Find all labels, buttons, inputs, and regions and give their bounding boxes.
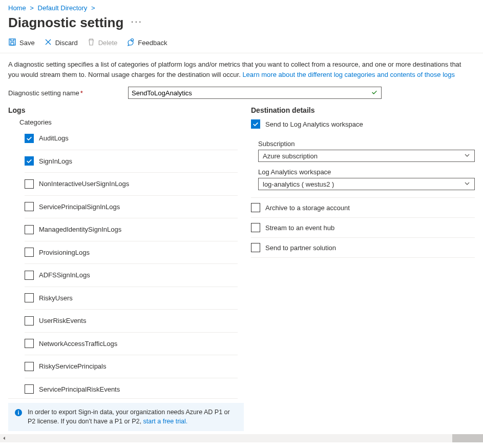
category-label: ServicePrincipalRiskEvents — [39, 385, 120, 393]
category-checkbox[interactable] — [25, 202, 34, 211]
category-checkbox[interactable] — [25, 339, 34, 348]
send-partner-checkbox[interactable] — [251, 243, 260, 252]
category-row: AuditLogs — [25, 127, 238, 150]
scroll-left-icon[interactable] — [0, 434, 8, 442]
category-checkbox[interactable] — [25, 179, 34, 189]
category-row: RiskyServicePrincipals — [25, 355, 238, 378]
setting-name-input-wrap[interactable] — [128, 87, 382, 99]
svg-rect-0 — [9, 39, 15, 45]
category-checkbox[interactable] — [25, 316, 34, 325]
category-checkbox[interactable] — [25, 156, 34, 166]
categories-scroll[interactable]: AuditLogsSignInLogsNonInteractiveUserSig… — [8, 127, 238, 399]
feedback-label: Feedback — [138, 39, 167, 47]
breadcrumb: Home > Default Directory > — [0, 0, 483, 14]
save-button[interactable]: Save — [8, 38, 35, 48]
toolbar: Save Discard Delete Feedback — [0, 38, 483, 53]
category-row: NetworkAccessTrafficLogs — [25, 333, 238, 356]
send-log-analytics-checkbox[interactable] — [251, 119, 260, 129]
subscription-label: Subscription — [258, 140, 475, 148]
discard-button[interactable]: Discard — [44, 38, 78, 48]
category-label: AuditLogs — [39, 134, 69, 142]
category-checkbox[interactable] — [25, 225, 34, 234]
archive-storage-label: Archive to a storage account — [265, 204, 350, 212]
send-log-analytics-label: Send to Log Analytics workspace — [265, 120, 363, 128]
category-checkbox[interactable] — [25, 384, 34, 394]
stream-eventhub-checkbox[interactable] — [251, 223, 260, 232]
delete-label: Delete — [98, 39, 118, 47]
valid-check-icon — [371, 89, 378, 97]
category-row: RiskyUsers — [25, 287, 238, 310]
chevron-right-icon: > — [30, 4, 34, 12]
save-label: Save — [19, 39, 35, 47]
category-label: ADFSSignInLogs — [39, 271, 90, 279]
category-row: ServicePrincipalRiskEvents — [25, 378, 238, 399]
info-icon — [14, 409, 23, 420]
category-checkbox[interactable] — [25, 362, 34, 371]
categories-header: Categories — [19, 118, 238, 126]
category-label: RiskyServicePrincipals — [39, 362, 106, 370]
category-label: ServicePrincipalSignInLogs — [39, 203, 120, 211]
subscription-select[interactable]: Azure subscription — [258, 150, 475, 162]
close-icon — [44, 38, 52, 48]
discard-label: Discard — [55, 39, 78, 47]
scroll-thumb[interactable] — [452, 434, 483, 442]
category-label: NonInteractiveUserSignInLogs — [39, 180, 129, 188]
trash-icon — [87, 38, 95, 48]
category-row: NonInteractiveUserSignInLogs — [25, 173, 238, 196]
destination-header: Destination details — [251, 106, 475, 114]
description-text: A diagnostic setting specifies a list of… — [0, 53, 471, 87]
category-checkbox[interactable] — [25, 134, 34, 143]
category-row: UserRiskEvents — [25, 310, 238, 333]
svg-rect-5 — [18, 412, 19, 415]
category-row: ADFSSignInLogs — [25, 264, 238, 287]
setting-name-input[interactable] — [132, 89, 371, 97]
category-label: SignInLogs — [39, 157, 72, 165]
horizontal-scrollbar[interactable] — [0, 434, 483, 442]
more-actions-icon[interactable]: ··· — [131, 16, 142, 26]
save-icon — [8, 38, 16, 48]
logs-header: Logs — [8, 106, 238, 114]
category-label: UserRiskEvents — [39, 317, 86, 324]
category-row: SignInLogs — [25, 150, 238, 173]
breadcrumb-home[interactable]: Home — [8, 4, 26, 12]
archive-storage-checkbox[interactable] — [251, 203, 260, 212]
subscription-value: Azure subscription — [263, 152, 318, 160]
info-banner: In order to export Sign-in data, your or… — [8, 403, 244, 431]
chevron-down-icon — [464, 152, 470, 160]
category-checkbox[interactable] — [25, 271, 34, 280]
svg-point-4 — [18, 411, 19, 412]
category-label: NetworkAccessTrafficLogs — [39, 340, 117, 348]
chevron-right-icon: > — [91, 4, 95, 12]
workspace-value: log-analytics ( westus2 ) — [263, 180, 334, 188]
feedback-icon — [127, 38, 135, 48]
start-trial-link[interactable]: start a free trial. — [143, 418, 187, 425]
delete-button: Delete — [87, 38, 118, 48]
workspace-select[interactable]: log-analytics ( westus2 ) — [258, 178, 475, 190]
category-label: RiskyUsers — [39, 294, 73, 302]
svg-rect-1 — [11, 43, 14, 45]
category-label: ProvisioningLogs — [39, 249, 90, 256]
send-partner-label: Send to partner solution — [265, 244, 336, 252]
stream-eventhub-label: Stream to an event hub — [265, 224, 334, 232]
category-row: ProvisioningLogs — [25, 241, 238, 264]
breadcrumb-directory[interactable]: Default Directory — [38, 4, 88, 12]
feedback-button[interactable]: Feedback — [127, 38, 167, 48]
category-label: ManagedIdentitySignInLogs — [39, 226, 121, 233]
chevron-down-icon — [464, 180, 470, 188]
setting-name-label: Diagnostic setting name* — [8, 89, 123, 97]
page-title: Diagnostic setting — [8, 15, 123, 31]
category-checkbox[interactable] — [25, 293, 34, 302]
category-checkbox[interactable] — [25, 248, 34, 257]
info-text: In order to export Sign-in data, your or… — [28, 409, 230, 425]
category-row: ManagedIdentitySignInLogs — [25, 218, 238, 241]
learn-more-link[interactable]: Learn more about the different log categ… — [242, 71, 455, 78]
workspace-label: Log Analytics workspace — [258, 168, 475, 176]
category-row: ServicePrincipalSignInLogs — [25, 196, 238, 219]
